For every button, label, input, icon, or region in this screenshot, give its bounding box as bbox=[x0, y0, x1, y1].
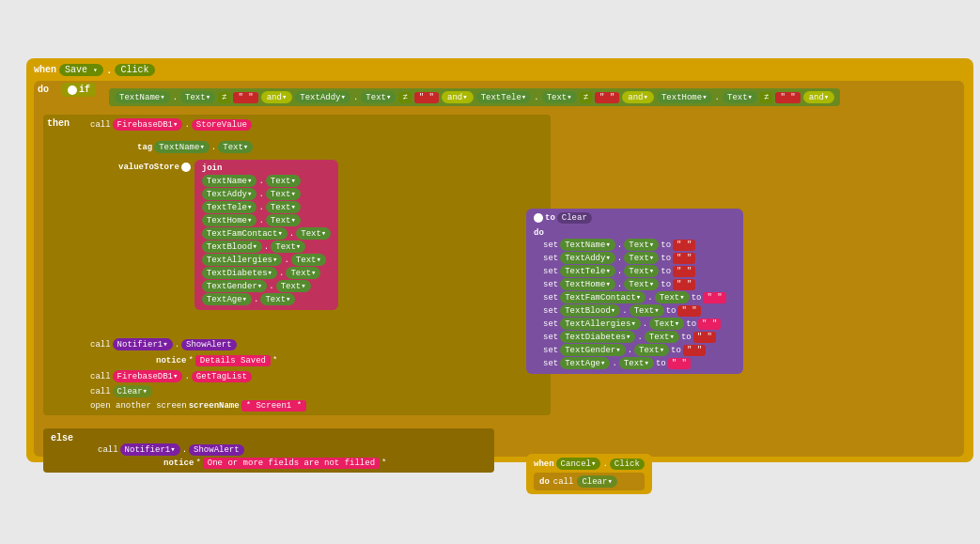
firebase-component[interactable]: FirebaseDB1▾ bbox=[113, 118, 183, 131]
condition-row: TextName▾ . Text▾ ≠ " " and▾ TextAddy▾ .… bbox=[109, 88, 840, 106]
notifier-component[interactable]: Notifier1▾ bbox=[113, 338, 173, 350]
if-block: if bbox=[62, 83, 96, 97]
call-showalert-else: call Notifier1▾ . ShowAlert bbox=[98, 443, 487, 456]
and-4[interactable]: and▾ bbox=[803, 91, 835, 103]
when-cancel-block: when Cancel▾ . Click do call Clear▾ bbox=[526, 454, 652, 494]
clear-button-then[interactable]: Clear▾ bbox=[113, 385, 152, 397]
join-item-6: TextBlood▾ . Text▾ bbox=[202, 241, 331, 253]
call-showalert-then: call Notifier1▾ . ShowAlert bbox=[90, 338, 237, 350]
when-label: when bbox=[34, 65, 56, 75]
not-filled-value: One or more fields are not filled bbox=[203, 458, 380, 469]
open-screen-row: open another screen screenName * Screen1… bbox=[90, 400, 306, 412]
clear-component[interactable]: Clear bbox=[557, 212, 592, 224]
valuetostore-row: valueToStore join TextName▾ . Text▾ bbox=[118, 160, 338, 310]
storevalue-method[interactable]: StoreValue bbox=[192, 119, 252, 131]
and-1[interactable]: and▾ bbox=[261, 91, 293, 103]
then-section: then call FirebaseDB1▾ . StoreValue tag … bbox=[43, 115, 551, 415]
then-label: then bbox=[47, 118, 70, 129]
set-texthome: set TextHome▾ . Text▾ to " " bbox=[543, 278, 726, 290]
join-item-7: TextAllergies▾ . Text▾ bbox=[202, 254, 331, 266]
join-item-10: TextAge▾ . Text▾ bbox=[202, 293, 331, 305]
texttele-cond[interactable]: TextTele▾ bbox=[476, 91, 532, 103]
join-item-2: TextAddy▾ . Text▾ bbox=[202, 188, 331, 200]
if-label: if bbox=[79, 85, 90, 95]
join-item-3: TextTele▾ . Text▾ bbox=[202, 201, 331, 213]
else-section: else call Notifier1▾ . ShowAlert notice … bbox=[43, 428, 494, 473]
set-textblood: set TextBlood▾ . Text▾ to " " bbox=[543, 304, 726, 317]
and-3[interactable]: and▾ bbox=[622, 91, 654, 103]
dot-separator: . bbox=[106, 65, 113, 76]
set-textallergies: set TextAllergies▾ . Text▾ to " " bbox=[543, 318, 726, 330]
cancel-header: when Cancel▾ . Click bbox=[534, 458, 645, 470]
save-component[interactable]: Save ▾ bbox=[59, 64, 103, 76]
click-event[interactable]: Click bbox=[115, 64, 154, 76]
do-inner: do if TextName▾ . Text▾ ≠ " " and▾ TextA… bbox=[34, 81, 964, 457]
else-label: else bbox=[51, 433, 73, 443]
call-storevalue: call FirebaseDB1▾ . StoreValue bbox=[90, 118, 252, 131]
clear-cancel[interactable]: Clear▾ bbox=[577, 475, 616, 488]
showalert-method[interactable]: ShowAlert bbox=[181, 339, 237, 350]
texthome-cond[interactable]: TextHome▾ bbox=[657, 91, 712, 103]
notice-row-then: notice * Details Saved * bbox=[156, 355, 277, 366]
when-save-outer: when Save ▾ . Click do if TextName▾ bbox=[26, 58, 973, 462]
when-header-row: when Save ▾ . Click bbox=[30, 62, 970, 78]
join-item-9: TextGender▾ . Text▾ bbox=[202, 280, 331, 292]
and-2[interactable]: and▾ bbox=[442, 91, 474, 103]
set-textaddy: set TextAddy▾ . Text▾ to " " bbox=[543, 252, 726, 264]
textname-cond[interactable]: TextName▾ bbox=[115, 91, 170, 103]
textaddy-cond[interactable]: TextAddy▾ bbox=[295, 91, 350, 103]
clear-outer-block: to Clear do set TextName▾ . Text▾ to " "… bbox=[526, 209, 743, 374]
cancel-do-inner: do call Clear▾ bbox=[534, 473, 645, 490]
canvas: when Save ▾ . Click do if TextName▾ bbox=[0, 0, 980, 544]
join-block: join TextName▾ . Text▾ TextAddy▾ . Text▾ bbox=[194, 160, 338, 310]
set-textname: set TextName▾ . Text▾ to " " bbox=[543, 239, 726, 251]
notifier-else[interactable]: Notifier1▾ bbox=[120, 443, 180, 456]
textname-tag[interactable]: TextName▾ bbox=[154, 141, 210, 153]
tag-row: tag TextName▾ . Text▾ bbox=[137, 141, 253, 153]
screen1-value: * Screen1 * bbox=[241, 400, 306, 412]
cancel-component[interactable]: Cancel▾ bbox=[556, 458, 601, 470]
call-taglist: call FirebaseDB1▾ . GetTagList bbox=[90, 370, 252, 382]
join-item-8: TextDiabetes▾ . Text▾ bbox=[202, 267, 331, 279]
set-textgender: set TextGender▾ . Text▾ to " " bbox=[543, 344, 726, 356]
set-textage: set TextAge▾ . Text▾ to " " bbox=[543, 357, 726, 369]
call-clear-then: call Clear▾ bbox=[90, 385, 152, 397]
firebase-taglist[interactable]: FirebaseDB1▾ bbox=[113, 370, 183, 382]
do-label: do bbox=[38, 85, 49, 95]
set-texttele: set TextTele▾ . Text▾ to " " bbox=[543, 265, 726, 277]
join-item-5: TextFamContact▾ . Text▾ bbox=[202, 227, 331, 240]
notice-row-else: notice * One or more fields are not fill… bbox=[163, 458, 487, 469]
cancel-click[interactable]: Click bbox=[610, 459, 645, 470]
set-textfamcontact: set TextFamContact▾ . Text▾ to " " bbox=[543, 291, 726, 303]
join-item-4: TextHome▾ . Text▾ bbox=[202, 214, 331, 226]
details-saved-value: Details Saved bbox=[195, 355, 271, 366]
textname-text-cond[interactable]: Text▾ bbox=[180, 91, 215, 103]
clear-header: to Clear bbox=[534, 212, 736, 224]
join-item-1: TextName▾ . Text▾ bbox=[202, 175, 331, 187]
set-textdiabetes: set TextDiabetes▾ . Text▾ to " " bbox=[543, 331, 726, 343]
